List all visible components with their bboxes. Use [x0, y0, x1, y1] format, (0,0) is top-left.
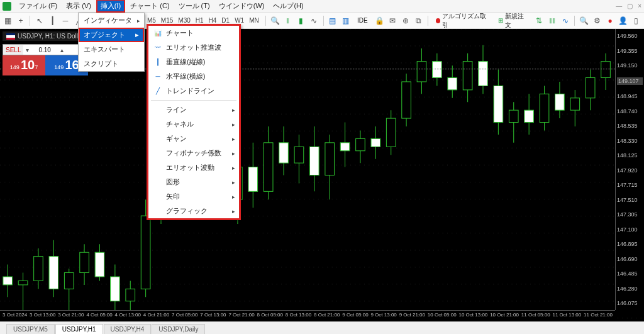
indicators-icon[interactable]: ⦀⦀	[547, 15, 558, 26]
dd-object-item[interactable]: ╱トレンドライン	[148, 84, 239, 98]
zoom-in-icon[interactable]: 🔍	[270, 15, 280, 26]
sell-button[interactable]: 149107	[3, 55, 45, 75]
timeframe-mn[interactable]: MN	[247, 16, 262, 25]
chart-canvas[interactable]	[0, 29, 644, 321]
dd-object-submenu[interactable]: チャネル	[148, 117, 239, 131]
time-tick: 8 Oct 21:00	[314, 312, 340, 320]
svg-rect-75	[433, 62, 442, 78]
price-tick: 148.535	[617, 123, 643, 129]
dd-object-submenu[interactable]: 矢印	[148, 189, 239, 204]
hline-icon[interactable]: ─	[60, 15, 71, 26]
chart-tab[interactable]: USDJPY,Daily	[152, 324, 205, 334]
time-tick: 9 Oct 21:00	[399, 312, 425, 320]
svg-rect-97	[601, 62, 611, 78]
svg-rect-53	[264, 143, 273, 191]
time-tick: 3 Oct 21:00	[58, 312, 84, 320]
dd-experts[interactable]: エキスパート	[79, 42, 144, 57]
insert-menu-dropdown: インディケータ オブジェクト エキスパート スクリプト	[78, 13, 145, 72]
window-minimize[interactable]: —	[616, 3, 622, 9]
candle-chart-icon[interactable]: ▮	[296, 15, 306, 26]
dd-indicators[interactable]: インディケータ	[79, 13, 144, 28]
chart-tab[interactable]: USDJPY,H1	[55, 324, 103, 334]
dd-object-item[interactable]: 〰エリオット推進波	[148, 40, 239, 55]
bar-chart-icon[interactable]: ⦀	[283, 15, 294, 26]
dd-object-submenu[interactable]: フィボナッチ係数	[148, 146, 239, 160]
dd-object-submenu[interactable]: エリオット波動	[148, 160, 239, 175]
dd-object-item[interactable]: ─水平線(横線)	[148, 69, 239, 84]
menu-window[interactable]: ウインドウ(W)	[215, 0, 269, 12]
crosshair-icon[interactable]: +	[16, 15, 26, 26]
menu-tools[interactable]: ツール (T)	[175, 0, 214, 12]
market-watch-icon[interactable]: ▥	[340, 15, 351, 26]
price-tick: 147.920	[617, 167, 643, 174]
price-tick: 149.560	[617, 33, 643, 39]
time-tick: 8 Oct 13:00	[286, 312, 311, 320]
menu-help[interactable]: ヘルプ(H)	[269, 0, 307, 12]
algo-trading-button[interactable]: アルゴリズム取引	[432, 11, 492, 31]
price-tick: 148.945	[617, 93, 643, 99]
line-chart-icon[interactable]: ∿	[309, 15, 319, 26]
chart-tab[interactable]: USDJPY,H4	[104, 324, 152, 334]
ide-button[interactable]: IDE	[353, 16, 372, 25]
profile-icon[interactable]: 👤	[618, 15, 628, 26]
menu-view[interactable]: 表示 (V)	[62, 0, 95, 12]
search-icon[interactable]: 🔍	[579, 15, 589, 26]
new-order-button[interactable]: ⊞新規注文	[494, 11, 531, 31]
menu-insert[interactable]: 挿入(I)	[96, 0, 125, 13]
new-chart-icon[interactable]: ▦	[3, 15, 13, 26]
notification-icon[interactable]: ⊕	[400, 15, 411, 26]
dd-object-submenu[interactable]: ギャン	[148, 131, 239, 146]
svg-rect-21	[18, 281, 28, 284]
lot-value[interactable]: 0.10	[31, 45, 58, 55]
svg-rect-67	[371, 138, 380, 147]
menu-chart[interactable]: チャート (C)	[126, 0, 173, 12]
settings-icon[interactable]: ⚙	[592, 15, 602, 26]
dd-scripts[interactable]: スクリプト	[79, 57, 144, 71]
svg-rect-37	[141, 216, 150, 289]
time-tick: 11 Oct 05:00	[521, 312, 550, 320]
vline-icon[interactable]: ┃	[47, 15, 58, 26]
svg-rect-35	[126, 289, 135, 301]
price-tick: 146.690	[617, 256, 643, 262]
menu-file[interactable]: ファイル (F)	[15, 0, 61, 12]
svg-rect-51	[248, 167, 258, 192]
autotrade-icon[interactable]: ⇅	[534, 15, 545, 26]
dd-object-submenu[interactable]: ライン	[148, 103, 239, 117]
svg-rect-33	[111, 277, 120, 301]
flag-icon	[6, 33, 15, 40]
lot-increase[interactable]: ▴	[58, 47, 66, 53]
mail-icon[interactable]: ✉	[387, 15, 398, 26]
time-tick: 9 Oct 13:00	[370, 312, 396, 320]
window-maximize[interactable]: ▢	[627, 3, 633, 9]
current-price-label: 149.107	[617, 77, 643, 85]
navigator-icon[interactable]: ▤	[328, 15, 338, 26]
dd-object-item[interactable]: 📊チャート	[148, 26, 239, 40]
alert-icon[interactable]: ●	[605, 15, 616, 26]
svg-rect-65	[356, 138, 365, 150]
svg-rect-87	[525, 110, 534, 122]
price-tick: 149.355	[617, 48, 643, 54]
separator	[323, 16, 324, 26]
price-tick: 149.150	[617, 62, 643, 69]
time-tick: 4 Oct 13:00	[115, 312, 141, 320]
svg-rect-79	[463, 62, 472, 90]
price-tick: 147.100	[617, 226, 643, 233]
lock-icon[interactable]: 🔒	[374, 15, 385, 26]
time-tick: 11 Oct 13:00	[552, 312, 581, 320]
app-logo-icon	[3, 2, 11, 11]
signal-icon[interactable]: ∿	[560, 15, 570, 26]
svg-rect-89	[540, 94, 549, 122]
dd-object-submenu[interactable]: 図形	[148, 175, 239, 189]
dd-object-item[interactable]: ┃垂直線(縦線)	[148, 55, 239, 69]
svg-rect-23	[34, 257, 43, 281]
chart-tab[interactable]: USDJPY,M5	[6, 324, 55, 334]
cursor-icon[interactable]: ↖	[34, 15, 45, 26]
signal-bars-icon[interactable]: ▯	[631, 15, 641, 26]
window-close[interactable]: ×	[638, 3, 641, 9]
dd-object-submenu[interactable]: グラフィック	[148, 204, 239, 218]
svg-rect-93	[570, 98, 580, 110]
time-tick: 9 Oct 05:00	[342, 312, 368, 320]
lot-decrease[interactable]: ▾	[23, 47, 31, 53]
copy-icon[interactable]: ⧉	[413, 15, 424, 26]
dd-objects[interactable]: オブジェクト	[79, 28, 144, 42]
